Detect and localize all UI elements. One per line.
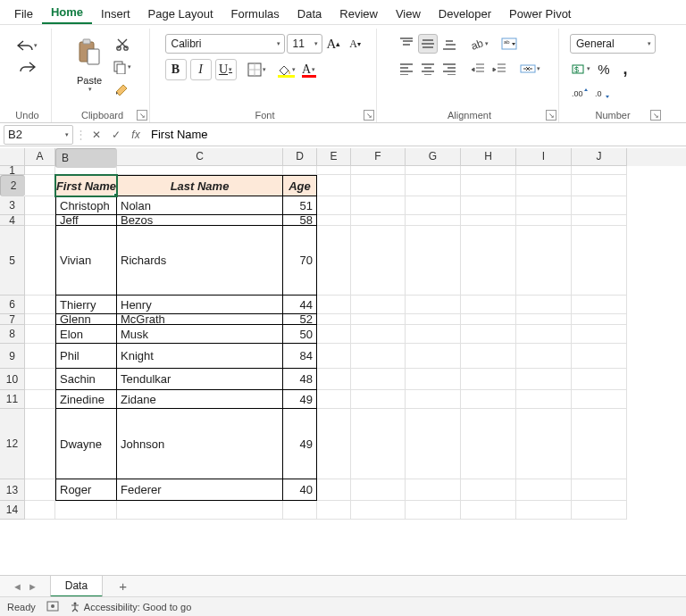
- increase-font-button[interactable]: A▴: [324, 34, 344, 54]
- alignment-launcher[interactable]: ↘: [546, 110, 556, 121]
- cell-G14[interactable]: [406, 501, 461, 520]
- percent-format-button[interactable]: %: [594, 59, 614, 79]
- cell-E10[interactable]: [317, 369, 351, 390]
- align-center-button[interactable]: [418, 59, 438, 79]
- cell-C5[interactable]: Richards: [117, 226, 283, 296]
- sheet-nav-next[interactable]: ►: [28, 581, 38, 592]
- cell-D5[interactable]: 70: [283, 226, 317, 296]
- cell-A13[interactable]: [25, 479, 55, 501]
- cell-E8[interactable]: [317, 325, 351, 344]
- cell-C2[interactable]: Last Name: [117, 175, 283, 196]
- cell-B8[interactable]: Elon: [55, 325, 117, 344]
- number-format-select[interactable]: General▾: [570, 34, 656, 54]
- tab-file[interactable]: File: [5, 2, 42, 24]
- cell-I8[interactable]: [516, 325, 572, 344]
- merge-center-button[interactable]: ▾: [518, 59, 542, 79]
- cell-F11[interactable]: [351, 390, 406, 409]
- cell-E1[interactable]: [317, 166, 351, 175]
- cell-A6[interactable]: [25, 296, 55, 314]
- cell-F13[interactable]: [351, 479, 406, 501]
- cell-G5[interactable]: [406, 226, 461, 296]
- column-header-E[interactable]: E: [317, 148, 351, 166]
- cell-F7[interactable]: [351, 314, 406, 325]
- decrease-decimal-button[interactable]: .0: [593, 84, 615, 104]
- align-left-button[interactable]: [397, 59, 416, 79]
- cell-B14[interactable]: [55, 501, 117, 520]
- align-middle-button[interactable]: [418, 34, 438, 54]
- cell-F14[interactable]: [351, 501, 406, 520]
- cell-H7[interactable]: [461, 314, 516, 325]
- cell-C9[interactable]: Knight: [117, 344, 283, 369]
- cell-A9[interactable]: [25, 344, 55, 369]
- cancel-formula-button[interactable]: ✕: [87, 125, 106, 145]
- comma-format-button[interactable]: ,: [615, 59, 635, 79]
- cell-G9[interactable]: [406, 344, 461, 369]
- row-header-5[interactable]: 5: [0, 226, 25, 296]
- cell-E4[interactable]: [317, 215, 351, 226]
- macro-record-icon[interactable]: [46, 601, 59, 613]
- cell-F1[interactable]: [351, 166, 406, 175]
- increase-indent-button[interactable]: [489, 59, 509, 79]
- fill-color-button[interactable]: ▾: [275, 60, 297, 79]
- cell-H2[interactable]: [461, 175, 516, 196]
- row-header-14[interactable]: 14: [0, 501, 25, 520]
- row-header-8[interactable]: 8: [0, 325, 25, 344]
- cell-A4[interactable]: [25, 215, 55, 226]
- cell-F6[interactable]: [351, 296, 406, 314]
- cell-I13[interactable]: [516, 479, 572, 501]
- tab-view[interactable]: View: [387, 2, 430, 24]
- cell-I4[interactable]: [516, 215, 572, 226]
- cell-J1[interactable]: [572, 166, 627, 175]
- cell-J11[interactable]: [572, 390, 627, 409]
- row-header-4[interactable]: 4: [0, 215, 25, 226]
- cell-F3[interactable]: [351, 196, 406, 215]
- cell-G11[interactable]: [406, 390, 461, 409]
- cell-E3[interactable]: [317, 196, 351, 215]
- clipboard-launcher[interactable]: ↘: [137, 110, 147, 121]
- cell-A12[interactable]: [25, 409, 55, 479]
- column-header-I[interactable]: I: [516, 148, 572, 166]
- bold-button[interactable]: B: [165, 59, 187, 80]
- cell-E12[interactable]: [317, 409, 351, 479]
- column-header-G[interactable]: G: [406, 148, 461, 166]
- worksheet[interactable]: ABCDEFGHIJ 12First NameLast NameAge3Chri…: [0, 148, 686, 575]
- cell-C11[interactable]: Zidane: [117, 390, 283, 409]
- tab-review[interactable]: Review: [330, 2, 387, 24]
- cell-D7[interactable]: 52: [283, 314, 317, 325]
- align-bottom-button[interactable]: [439, 34, 459, 54]
- cell-D4[interactable]: 58: [283, 215, 317, 226]
- cell-B2[interactable]: First Name: [55, 175, 117, 196]
- sheet-nav-prev[interactable]: ◄: [13, 581, 22, 592]
- cell-H13[interactable]: [461, 479, 516, 501]
- column-header-F[interactable]: F: [351, 148, 406, 166]
- cut-button[interactable]: [113, 34, 132, 54]
- cell-A10[interactable]: [25, 369, 55, 390]
- cell-D8[interactable]: 50: [283, 325, 317, 344]
- cell-D3[interactable]: 51: [283, 196, 317, 215]
- cell-F9[interactable]: [351, 344, 406, 369]
- cell-H6[interactable]: [461, 296, 516, 314]
- column-header-C[interactable]: C: [117, 148, 283, 166]
- cell-F4[interactable]: [351, 215, 406, 226]
- accessibility-status[interactable]: Accessibility: Good to go: [70, 602, 191, 612]
- cell-I14[interactable]: [516, 501, 572, 520]
- orientation-button[interactable]: ab▾: [468, 34, 490, 54]
- tab-power-pivot[interactable]: Power Pivot: [500, 2, 580, 24]
- fx-button[interactable]: fx: [126, 125, 146, 145]
- cell-H9[interactable]: [461, 344, 516, 369]
- column-header-B[interactable]: B: [55, 148, 117, 168]
- cell-F5[interactable]: [351, 226, 406, 296]
- cell-J8[interactable]: [572, 325, 627, 344]
- cell-E6[interactable]: [317, 296, 351, 314]
- tab-home[interactable]: Home: [42, 0, 92, 24]
- cell-I6[interactable]: [516, 296, 572, 314]
- row-header-12[interactable]: 12: [0, 409, 25, 479]
- copy-button[interactable]: ▾: [111, 57, 133, 77]
- cell-J5[interactable]: [572, 226, 627, 296]
- cell-F2[interactable]: [351, 175, 406, 196]
- cell-D13[interactable]: 40: [283, 479, 317, 501]
- cell-E7[interactable]: [317, 314, 351, 325]
- cell-F12[interactable]: [351, 409, 406, 479]
- align-top-button[interactable]: [397, 34, 416, 54]
- cell-H12[interactable]: [461, 409, 516, 479]
